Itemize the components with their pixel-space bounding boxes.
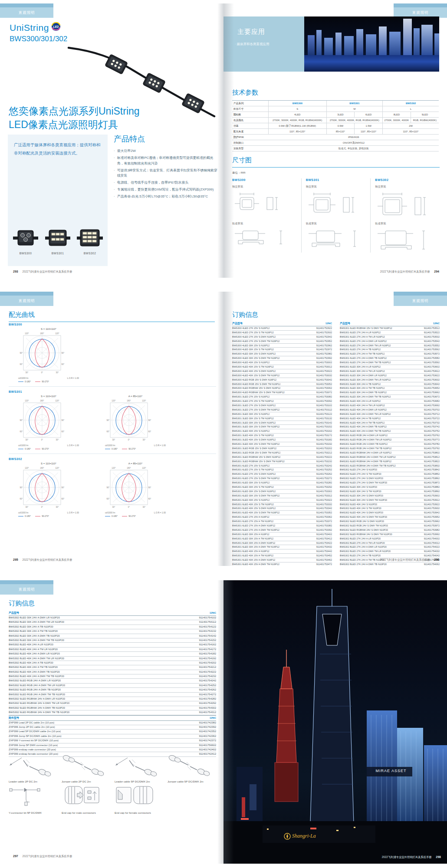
spec-row: 功率0.9W (除了RGBW)1.1W (RGBW)0.9W1.5W2W bbox=[232, 123, 439, 129]
svg-text:60°: 60° bbox=[62, 498, 65, 500]
table-row: BWS301 6LED 40K 24V A DMX LR N16P1291140… bbox=[340, 408, 440, 412]
track-mount-drawing bbox=[306, 227, 371, 253]
order-12nc: 911401753662 bbox=[424, 391, 440, 395]
table-row: BWS302 9LED RGB 24V S DMX N10P2091140175… bbox=[340, 519, 440, 524]
table-row: BWS301 6LED 30K 15V S DMX TM N16P1291140… bbox=[232, 494, 332, 498]
spec-row: 防护IP/IKIP66/IK06 bbox=[232, 135, 439, 140]
handbook-title: 2022飞利浦专业室外照明灯具及系统手册 bbox=[22, 270, 72, 273]
spec-value: 4LED bbox=[269, 112, 327, 118]
product-code: BWS302 8LED 40K 24V A DMX TM LR N10P20 bbox=[9, 657, 64, 661]
spec-value: 110°, 85×110° bbox=[355, 129, 383, 135]
spec-label: 功率 bbox=[232, 123, 269, 129]
table-row: BWS300 4LED 30K 15V S TM N16P12911401752… bbox=[232, 348, 332, 352]
product-code: BWS302 6LED 27K 24V S DMX N10P20 bbox=[340, 477, 383, 480]
svg-text:30°: 30° bbox=[143, 506, 146, 508]
table-row: BWS301 6LED 30K 15V A N16P12911401753402 bbox=[232, 533, 332, 537]
product-code: BWS301 6LED 27K 24V A TB N16P12 bbox=[340, 348, 381, 352]
order-12nc: 911401742392 bbox=[199, 725, 216, 729]
svg-text:90°: 90° bbox=[62, 352, 65, 354]
table-row: BWS302 8LED 40K 24V A TB N10P20911401754… bbox=[9, 661, 216, 665]
spec-value: BWS300 bbox=[269, 101, 327, 106]
photometry-groups: BWS300 S = 110×110° 120° 180° 120° 90° 9… bbox=[9, 323, 216, 524]
table-row: BWS301 6LED 30K 24V A DMX TM TB N16P1291… bbox=[340, 395, 440, 399]
spec-value: 2700K, 3000K, 4000K bbox=[383, 118, 411, 123]
product-code: BWS302 8LED 30K 24V A DMX LR N10P20 bbox=[9, 616, 60, 620]
spec-value: 110°, 85×110° bbox=[383, 129, 439, 135]
dimension-drawing bbox=[375, 190, 440, 218]
table-row: BWS301 6LED 30K 24V A LR N16P12911401753… bbox=[340, 365, 440, 369]
table-row: BWS300 4LED 30K 15V S N16P12911401752962 bbox=[232, 344, 332, 348]
category-tab: 直观照明 bbox=[0, 292, 53, 306]
svg-text:60°: 60° bbox=[20, 431, 23, 433]
spec-row: 产品系列BWS300BWS301BWS302 bbox=[232, 101, 439, 106]
lor-label: L.O.R.= 1.00 bbox=[154, 512, 166, 514]
product-code: BWS301 6LED RGB 24V A DMX TB N16P12 bbox=[340, 442, 388, 446]
polar-chart-block: S = 110×110° 120° 180° 120° 90° 90° 60° … bbox=[18, 395, 79, 450]
order-12nc: 911401753972 bbox=[424, 524, 440, 528]
table-row: BWS302 8LED 30K 24V A DMX TM TB N10P2091… bbox=[9, 638, 216, 643]
dim-col-bws301: BWS301 独立安装 轨道安装 bbox=[301, 178, 371, 253]
order-table-header: 产品型号12NC bbox=[340, 321, 440, 326]
order-table-header: 产品型号12NC bbox=[232, 321, 332, 326]
order-table: 产品型号12NC BWS302 8LED 30K 24V A DMX LR N1… bbox=[9, 611, 216, 757]
table-row: BWS302 8LED 30K 24V A DMX TB N10P2091140… bbox=[9, 634, 216, 638]
order-12nc: 911401753832 bbox=[424, 464, 440, 468]
accessory-drawings: Leader cable 2P DC 2m Jumper cable 2P DC… bbox=[9, 752, 216, 852]
product-code: BWS301 6LED 27K 24V A DMX TM LR N16P12 bbox=[340, 344, 391, 348]
table-row: BWS301 6LED 27K 24V A DMX LR N16P1291140… bbox=[340, 339, 440, 344]
thumb-caption: BWS302 bbox=[76, 252, 104, 255]
spec-value: 2W bbox=[383, 123, 439, 129]
product-code: BWS300 4LED 40K 15V S TM N16P12 bbox=[232, 365, 274, 369]
order-12nc: 911401742372 bbox=[199, 739, 216, 743]
product-code: BWS301 6LED 27K 15V S TM N16P12 bbox=[232, 468, 274, 472]
table-row: BWS301 3LED 40K 15V S TM N16P12911401753… bbox=[232, 434, 332, 438]
product-code: BWS301 6LED 27K 24V A LR N16P12 bbox=[340, 331, 381, 335]
dims-title: 尺寸图 bbox=[232, 156, 440, 168]
table-row: BWS302 6LED 27K 24V S N10P20911401753842 bbox=[340, 468, 440, 472]
product-code: BWS301 3LED 30K 15V S DMX N16P12 bbox=[232, 421, 276, 425]
product-code: BWS302 9LED RGBNW 24V A DMX TM LR N10P20 bbox=[9, 701, 69, 705]
drawing-leader-2p: Leader cable 2P DC 2m bbox=[9, 752, 56, 783]
order-12nc: 911401753822 bbox=[424, 460, 440, 464]
river-reflection bbox=[304, 55, 439, 72]
page-footer: 2022飞利浦专业室外照明灯具及系统手册 296 bbox=[380, 558, 439, 562]
product-code: ZXP399 Jump 5P DC/DMX cable 2m (10 pcs) bbox=[9, 734, 62, 738]
table-row: BWS302 6LED 27K 24V S DMX TM N10P2091140… bbox=[340, 481, 440, 485]
order-12nc: 911401754312 bbox=[199, 710, 216, 714]
lor-label: L.O.R.= 1.00 bbox=[154, 444, 166, 447]
order-12nc: 911401753992 bbox=[424, 533, 440, 536]
table-row: BWS302 9LED RGBNW 24V A DMX TM TB N10P20… bbox=[9, 710, 216, 715]
chart-legend: 0-180°90-270° bbox=[18, 381, 79, 383]
order-12nc: 911401753722 bbox=[424, 417, 440, 421]
product-code: BWS302 9LED RGB 24V A DMX TM TB N10P20 bbox=[9, 693, 65, 697]
svg-text:30°: 30° bbox=[26, 372, 29, 374]
order-12nc: 911401753582 bbox=[424, 356, 440, 360]
product-code: BWS302 9LED RGBNW 24V S DMX TM N10P20 bbox=[340, 533, 392, 536]
order-12nc: 911401742382 bbox=[199, 721, 216, 725]
product-code: BWS302 8LED 40K 24V A TB N10P20 bbox=[9, 661, 53, 665]
product-code: BWS302 9LED RGB 24V A DMX LR N10P20 bbox=[9, 679, 61, 683]
order-12nc: 911401752962 bbox=[316, 344, 332, 348]
order-12nc: 911401753652 bbox=[424, 386, 440, 390]
table-row: BWS301 6LED 40K 15V S TM N16P12911401753… bbox=[232, 503, 332, 507]
order-12nc: 911401753372 bbox=[316, 519, 332, 523]
table-row: BWS302 8LED 27K 24V A TB N10P20911401754… bbox=[340, 554, 440, 558]
product-code: BWS302 8LED 40K 24V A LR N10P20 bbox=[9, 643, 53, 647]
spec-value: 0.9W (除了RGBW)1.1W (RGBW) bbox=[269, 123, 327, 129]
order-12nc: 911401753132 bbox=[316, 417, 332, 421]
order-12nc: 911401753142 bbox=[316, 421, 332, 425]
spec-label: 控制接口 bbox=[232, 140, 269, 146]
order-12nc: 911401753732 bbox=[424, 421, 440, 425]
handbook-title: 2022飞利浦专业室外照明灯具及系统手册 bbox=[380, 270, 430, 273]
table-row: BWS300 4LED RGB 15V S DMX TM N16P1291140… bbox=[232, 382, 332, 387]
tab-accent-strip bbox=[394, 3, 447, 7]
svg-text:120°: 120° bbox=[25, 332, 29, 335]
table-row: ZXP399 Jump 5P DC/DMX cable 2m (10 pcs)9… bbox=[9, 734, 216, 739]
product-code: BWS300 4LED 27K 15V S DMX TM N16P12 bbox=[232, 339, 279, 343]
bws302-image bbox=[76, 228, 103, 249]
order-12nc: 911401754112 bbox=[199, 620, 216, 624]
spec-row: 安装类型轨道式, 卡扣安装, 穿线安装 bbox=[232, 146, 439, 151]
product-code: BWS300 4LED 27K 15V S N16P12 bbox=[232, 326, 270, 330]
order-12nc: 911401753182 bbox=[316, 438, 332, 442]
drawing-leader-5p: Leader cable 5P DC/DMX 2m bbox=[115, 752, 162, 783]
